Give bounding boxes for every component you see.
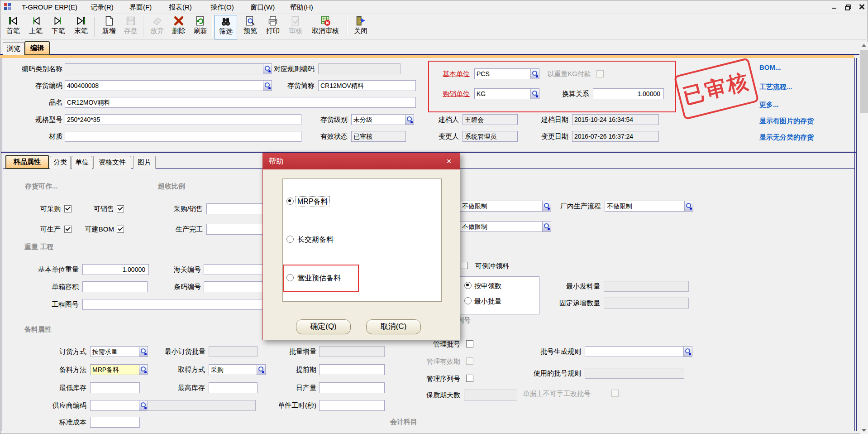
order-mode-combo[interactable]: 按需求量 [90,346,148,357]
menu-operation[interactable]: 操作(O) [210,3,234,12]
min-batch-radio[interactable] [464,297,472,304]
process-flow-link[interactable]: 工艺流程... [759,83,792,92]
scroll-up-button[interactable] [860,42,868,49]
mrp-prep-radio[interactable] [286,198,294,205]
menu-tgroup-erp[interactable]: T-GROUP ERP(E) [22,3,77,12]
new-button[interactable]: 新增 [99,15,119,39]
trade-unit-combo[interactable]: KG [474,88,539,99]
lookup-icon[interactable] [257,365,265,375]
sellable-checkbox[interactable] [117,205,124,212]
can-bom-checkbox[interactable] [117,226,124,233]
level-combo[interactable]: 未分级 [351,114,414,125]
restore-icon[interactable] [843,3,853,11]
lead-time-field[interactable] [319,364,385,375]
producible-checkbox[interactable] [64,226,72,233]
menu-interface[interactable]: 界面(F) [129,3,152,12]
tab-qualification[interactable]: 资格文件 [93,156,131,169]
conversion-field[interactable]: 1.00000 [593,88,664,99]
filter-button[interactable]: 筛选 [215,15,237,39]
lookup-icon[interactable] [542,222,551,231]
preview-button[interactable]: 预览 [240,15,261,39]
menu-window[interactable]: 窗口(W) [250,3,275,12]
min-order-field [209,346,258,357]
close-icon[interactable] [857,3,867,11]
lookup-icon[interactable] [530,69,539,79]
prev-record-button[interactable]: 上笔 [25,15,46,39]
minimize-icon[interactable] [829,3,839,11]
backflush-checkbox[interactable] [461,262,468,269]
vertical-scrollbar[interactable] [860,42,868,434]
close-form-button[interactable]: 关闭 [350,15,371,39]
lookup-icon[interactable] [139,347,148,357]
modify-date-field: 2016-07-26 16:37:24 [572,131,659,142]
bom-link[interactable]: BOM... [759,63,781,71]
supplier-combo[interactable] [90,400,148,411]
inv-code-combo[interactable]: 400400008 [65,80,272,91]
name-field[interactable]: CR12MOV精料 [65,97,416,108]
print-button[interactable]: 打印 [262,15,283,39]
code-type-combo[interactable] [65,63,272,74]
dialog-close-icon[interactable]: × [444,156,454,166]
unit-time-field[interactable] [319,400,385,411]
long-leadtime-radio[interactable] [286,236,294,243]
lookup-icon[interactable] [684,201,693,211]
lookup-icon[interactable] [530,89,539,99]
batch-rule-combo[interactable] [585,346,692,357]
last-record-button[interactable]: 末笔 [71,15,91,39]
prep-method-combo[interactable]: MRP备料 [90,364,148,375]
show-with-images-link[interactable]: 显示有图片的存货 [759,117,814,125]
approved-stamp: 已审核 [673,58,759,120]
menu-record[interactable]: 记录(R) [91,3,114,12]
spec-field[interactable]: 250*240*35 [65,114,301,125]
max-stock-field[interactable] [209,382,258,393]
inv-abbr-field[interactable]: CR12MOV精料 [318,80,416,91]
tab-unit[interactable]: 单位 [72,156,92,169]
next-record-button[interactable]: 下笔 [48,15,69,39]
material-field[interactable] [65,131,301,142]
tab-browse[interactable]: 浏览 [3,42,24,55]
lookup-icon[interactable] [263,81,272,91]
tab-edit[interactable]: 编辑 [24,41,50,55]
menu-help[interactable]: 帮助(H) [290,3,313,12]
usable-section-header: 存货可作... [25,182,58,191]
preview-icon [244,15,256,27]
lookup-icon[interactable] [683,347,692,357]
delete-button[interactable]: 删除 [168,15,189,39]
menu-report[interactable]: 报表(R) [169,3,192,12]
scroll-down-button[interactable] [860,427,868,434]
show-unclassified-link[interactable]: 显示无分类的存货 [759,133,814,142]
lookup-icon[interactable] [542,201,551,211]
restriction-combo-2[interactable]: 不做限制 [460,221,551,232]
std-cost-field[interactable] [90,417,140,428]
acquire-mode-combo[interactable]: 采购 [209,364,266,375]
cancel-audit-button[interactable]: 取消审核 [307,15,344,39]
status-field: 已审核 [351,131,406,142]
scrollbar-thumb[interactable] [860,50,868,113]
tab-item-attributes[interactable]: 料品属性 [5,155,49,169]
base-weight-field[interactable]: 1.00000 [82,264,149,275]
lookup-icon[interactable] [405,115,414,125]
supplier-name-field [147,400,256,411]
ok-button[interactable]: 确定(Q) [296,319,351,334]
lookup-icon[interactable] [139,400,148,410]
tab-image[interactable]: 图片 [133,156,156,169]
restriction-combo-1[interactable]: 不做限制 [460,201,551,212]
refresh-button[interactable]: 刷新 [190,15,211,39]
factory-flow-combo[interactable]: 不做限制 [605,201,693,212]
base-unit-combo[interactable]: PCS [474,68,539,79]
long-leadtime-option[interactable]: 长交期备料 [297,235,334,245]
tab-category[interactable]: 分类 [50,156,71,169]
by-request-radio[interactable] [464,282,472,289]
min-stock-field[interactable] [90,382,140,393]
cancel-button[interactable]: 取消(C) [366,319,421,334]
manage-serial-checkbox[interactable] [466,375,473,382]
mrp-prep-option[interactable]: MRP备料 [296,197,329,207]
purchasable-checkbox[interactable] [64,205,72,212]
daily-output-field[interactable] [319,382,385,393]
volume-field[interactable] [82,281,148,292]
manage-batch-checkbox[interactable] [466,340,473,347]
lookup-icon[interactable] [139,365,148,375]
first-record-button[interactable]: 首笔 [3,15,24,39]
more-link[interactable]: 更多... [759,101,779,109]
prev-record-icon [30,15,42,27]
